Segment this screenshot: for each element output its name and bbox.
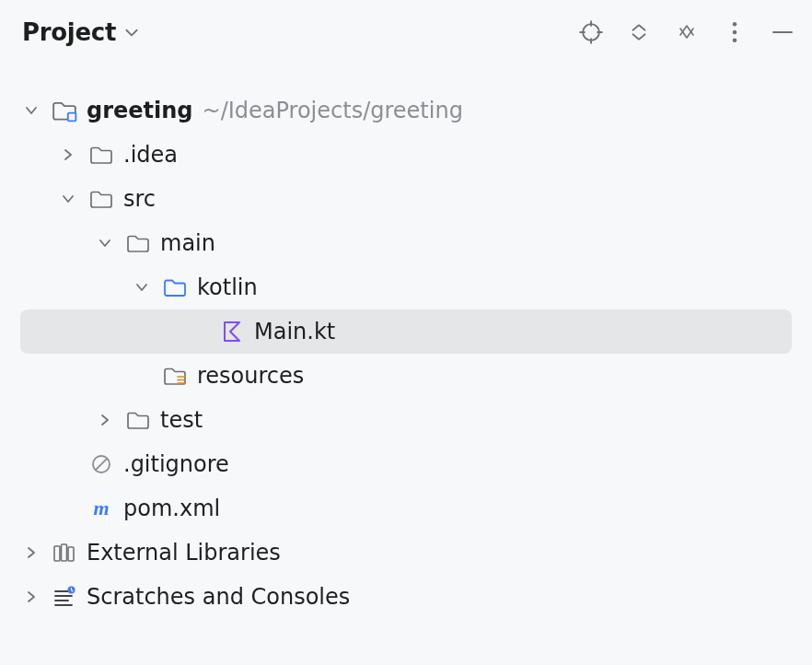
expand-arrow-icon[interactable]	[131, 280, 153, 295]
panel-title: Project	[22, 18, 116, 46]
expand-arrow-icon[interactable]	[94, 413, 116, 427]
node-path-hint: ~/IdeaProjects/greeting	[203, 98, 463, 123]
node-label: Main.kt	[254, 319, 335, 344]
resources-folder-icon	[162, 365, 188, 387]
select-opened-file-button[interactable]	[578, 19, 604, 45]
chevron-down-icon	[123, 24, 140, 41]
expand-arrow-icon[interactable]	[57, 192, 79, 206]
tree-node-idea-folder[interactable]: .idea	[0, 133, 812, 177]
node-label: main	[160, 230, 215, 256]
node-label: Scratches and Consoles	[87, 584, 350, 610]
tree-node-project-root[interactable]: greeting ~/IdeaProjects/greeting	[0, 88, 812, 133]
tree-node-external-libraries[interactable]: External Libraries	[0, 531, 812, 575]
node-label: .idea	[123, 142, 178, 168]
node-label: pom.xml	[123, 496, 220, 521]
tree-node-test-folder[interactable]: test	[0, 398, 812, 442]
node-label: resources	[197, 363, 304, 389]
folder-icon	[125, 409, 151, 431]
minimize-button[interactable]	[770, 19, 795, 45]
view-selector[interactable]: Project	[22, 18, 140, 46]
expand-arrow-icon[interactable]	[57, 147, 79, 162]
scratches-icon	[52, 586, 77, 608]
maven-file-icon: m	[88, 498, 114, 519]
tree-node-main-kt-file[interactable]: Main.kt	[20, 309, 792, 354]
tree-node-main-folder[interactable]: main	[0, 221, 812, 265]
folder-icon	[88, 188, 114, 210]
module-folder-icon	[52, 99, 77, 122]
expand-arrow-icon[interactable]	[20, 103, 42, 118]
expand-arrow-icon[interactable]	[20, 589, 42, 604]
node-label: .gitignore	[123, 451, 229, 477]
expand-arrow-icon[interactable]	[20, 545, 42, 560]
hide-button[interactable]	[674, 19, 700, 45]
tree-node-gitignore-file[interactable]: .gitignore	[0, 442, 812, 486]
project-tree: greeting ~/IdeaProjects/greeting .idea s…	[0, 88, 812, 619]
node-label: External Libraries	[87, 540, 281, 566]
tree-node-src-folder[interactable]: src	[0, 177, 812, 221]
header-actions	[578, 19, 795, 45]
tree-node-resources-folder[interactable]: resources	[0, 354, 812, 398]
project-panel-header: Project	[0, 0, 812, 63]
node-label: kotlin	[197, 274, 258, 300]
expand-collapse-all-button[interactable]	[626, 19, 652, 45]
tree-node-pom-file[interactable]: m pom.xml	[0, 486, 812, 531]
node-label: src	[123, 186, 156, 212]
libraries-icon	[52, 542, 77, 564]
source-folder-icon	[162, 276, 188, 298]
folder-icon	[125, 232, 151, 254]
node-label: greeting	[87, 98, 193, 123]
expand-arrow-icon[interactable]	[94, 236, 116, 251]
kotlin-file-icon	[219, 320, 245, 344]
folder-icon	[88, 144, 114, 166]
tree-node-scratches-consoles[interactable]: Scratches and Consoles	[0, 575, 812, 619]
options-button[interactable]	[722, 19, 748, 45]
tree-node-kotlin-folder[interactable]: kotlin	[0, 265, 812, 309]
node-label: test	[160, 407, 203, 433]
ignore-file-icon	[88, 453, 114, 475]
